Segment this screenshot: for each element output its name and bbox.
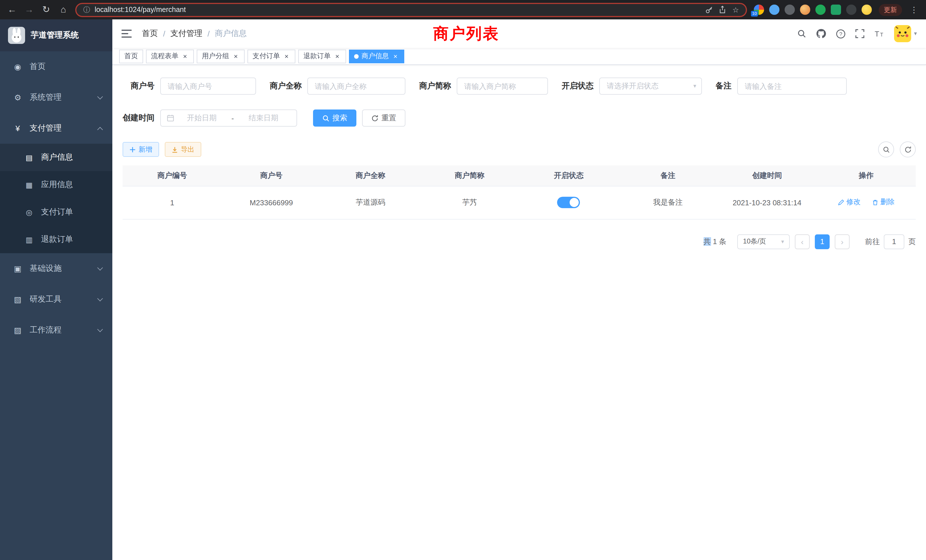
reset-button-label: 重置: [381, 113, 396, 123]
extension-green-circle-icon[interactable]: [816, 5, 826, 15]
tab-merchant-info[interactable]: 商户信息 ×: [349, 49, 404, 63]
close-icon[interactable]: ×: [334, 53, 341, 60]
page-1-button[interactable]: 1: [815, 234, 830, 249]
browser-reload-icon[interactable]: ↻: [41, 5, 51, 14]
sidebar-item-infrastructure[interactable]: ▣ 基础设施: [0, 253, 112, 284]
help-icon[interactable]: ?: [836, 29, 846, 38]
user-menu[interactable]: ▾: [894, 25, 917, 42]
sidebar-item-app-info[interactable]: ▦ 应用信息: [0, 171, 112, 198]
sidebar-item-merchant-info[interactable]: ▤ 商户信息: [0, 144, 112, 171]
pay-order-icon: ◎: [24, 208, 34, 216]
extension-colorwheel-icon[interactable]: 10: [754, 5, 764, 15]
toggle-search-button[interactable]: [878, 141, 894, 157]
chevron-down-icon: [97, 265, 103, 270]
sidebar-item-system[interactable]: ⚙ 系统管理: [0, 82, 112, 113]
page-size-select[interactable]: 10条/页 ▾: [737, 234, 790, 249]
screen: ← → ↻ ⌂ ⓘ localhost:1024/pay/merchant ☆ …: [0, 0, 926, 560]
chevron-down-icon: [97, 326, 103, 332]
extension-blue-icon[interactable]: [769, 5, 779, 15]
breadcrumb-home[interactable]: 首页: [142, 29, 158, 39]
sidebar-item-label: 应用信息: [41, 180, 73, 190]
dashboard-icon: ◉: [12, 62, 23, 71]
short-name-input[interactable]: [457, 77, 548, 95]
remark-input[interactable]: [737, 77, 847, 95]
bookmark-star-icon[interactable]: ☆: [732, 5, 739, 14]
merchant-no-input[interactable]: [160, 77, 256, 95]
password-key-icon[interactable]: [706, 6, 713, 14]
search-button-label: 搜索: [333, 113, 347, 123]
share-icon[interactable]: [719, 6, 726, 14]
goto-label: 前往: [865, 236, 880, 247]
sidebar-item-dev-tools[interactable]: ▧ 研发工具: [0, 284, 112, 315]
extension-green-square-icon[interactable]: [831, 5, 841, 15]
app-logo[interactable]: 芋道管理系统: [0, 20, 112, 51]
workflow-icon: ▨: [12, 325, 23, 335]
plus-icon: [129, 146, 136, 153]
next-page-button[interactable]: ›: [835, 234, 850, 249]
cell-short-name: 芋艿: [420, 186, 519, 219]
status-toggle[interactable]: [557, 197, 580, 208]
add-button-label: 新增: [139, 145, 152, 154]
total-prefix: 共: [704, 237, 711, 245]
fullscreen-icon[interactable]: [855, 29, 864, 38]
sidebar-fold-icon[interactable]: [121, 30, 132, 38]
filter-row-2: 创建时间 开始日期 - 结束日期 搜索: [123, 109, 916, 127]
extension-pin-icon[interactable]: [846, 5, 856, 15]
full-name-input[interactable]: [307, 77, 406, 95]
search-icon[interactable]: [797, 29, 806, 38]
tab-user-group[interactable]: 用户分组 ×: [197, 49, 245, 63]
add-button[interactable]: 新增: [123, 142, 159, 157]
sidebar-item-workflow[interactable]: ▨ 工作流程: [0, 315, 112, 345]
refresh-table-button[interactable]: [900, 141, 916, 157]
address-bar[interactable]: ⓘ localhost:1024/pay/merchant ☆: [75, 3, 747, 17]
extension-smiley-icon[interactable]: [862, 5, 872, 15]
close-icon[interactable]: ×: [181, 53, 189, 60]
breadcrumb-current: 商户信息: [215, 29, 247, 39]
tab-refund-order[interactable]: 退款订单 ×: [298, 49, 346, 63]
cell-actions: 修改 删除: [817, 186, 916, 219]
table-row: 1 M233666999 芋道源码 芋艿 我是备注 2021-10-23 08:…: [123, 186, 916, 219]
browser-back-icon[interactable]: ←: [7, 5, 17, 14]
tab-process-form[interactable]: 流程表单 ×: [146, 49, 194, 63]
page-annotation: 商户列表: [433, 23, 499, 44]
tab-pay-order[interactable]: 支付订单 ×: [247, 49, 295, 63]
sidebar-item-pay-order[interactable]: ◎ 支付订单: [0, 198, 112, 226]
search-button[interactable]: 搜索: [313, 109, 356, 127]
close-icon[interactable]: ×: [283, 53, 290, 60]
close-icon[interactable]: ×: [392, 53, 399, 60]
tab-label: 首页: [124, 51, 138, 61]
create-time-range-input[interactable]: 开始日期 - 结束日期: [160, 109, 297, 127]
tab-label: 用户分组: [202, 51, 229, 61]
delete-link[interactable]: 删除: [872, 198, 895, 207]
caret-down-icon: ▾: [781, 239, 784, 244]
browser-home-icon[interactable]: ⌂: [58, 5, 68, 14]
browser-forward-icon[interactable]: →: [24, 5, 34, 14]
sidebar-item-label: 研发工具: [30, 294, 62, 304]
font-size-icon[interactable]: TT: [874, 29, 884, 38]
tab-label: 商户信息: [362, 51, 389, 61]
tab-home[interactable]: 首页: [119, 49, 143, 63]
sidebar-item-payment[interactable]: ¥ 支付管理: [0, 113, 112, 144]
edit-link[interactable]: 修改: [838, 198, 861, 207]
dev-tools-icon: ▧: [12, 295, 23, 304]
browser-menu-icon[interactable]: ⋮: [909, 5, 919, 14]
col-remark: 备注: [618, 165, 717, 186]
github-icon[interactable]: [816, 29, 826, 39]
site-info-icon[interactable]: ⓘ: [83, 5, 90, 15]
calendar-icon: [166, 114, 174, 122]
goto-page-input[interactable]: [884, 234, 904, 249]
extension-dark-icon[interactable]: [785, 5, 795, 15]
extension-avatar-icon[interactable]: [800, 5, 810, 15]
close-icon[interactable]: ×: [232, 53, 239, 60]
sidebar-item-refund-order[interactable]: ▥ 退款订单: [0, 226, 112, 253]
export-button[interactable]: 导出: [165, 142, 201, 157]
sidebar-item-home[interactable]: ◉ 首页: [0, 51, 112, 82]
browser-update-button[interactable]: 更新: [879, 4, 902, 16]
refresh-icon: [904, 146, 911, 153]
sidebar-item-label: 系统管理: [30, 92, 62, 103]
breadcrumb-payment[interactable]: 支付管理: [171, 29, 203, 39]
reset-button[interactable]: 重置: [362, 109, 406, 127]
chevron-down-icon: [97, 295, 103, 301]
status-select[interactable]: 请选择开启状态 ▾: [599, 77, 702, 95]
prev-page-button[interactable]: ‹: [795, 234, 809, 249]
